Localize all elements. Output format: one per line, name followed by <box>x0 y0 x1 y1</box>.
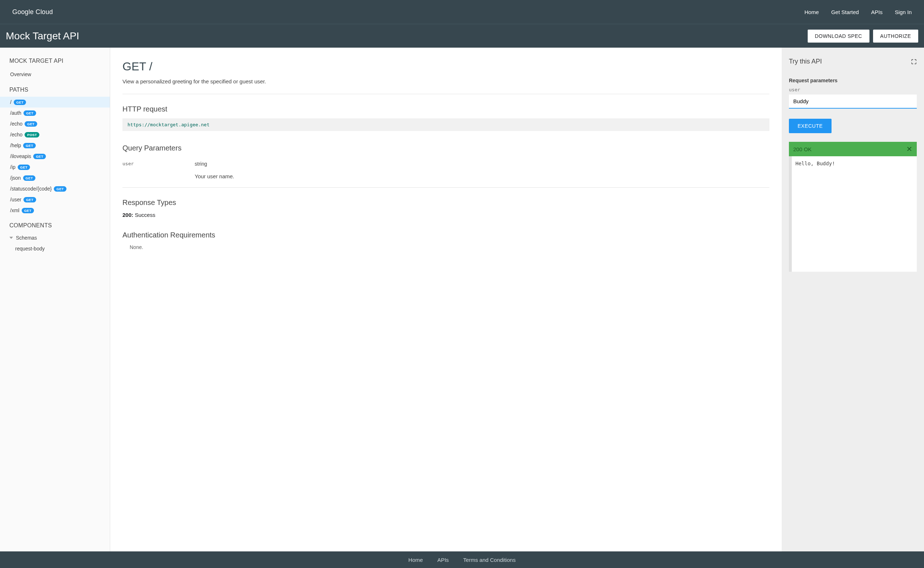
response-body: Hello, Buddy! <box>789 156 917 272</box>
logo[interactable]: Google Cloud <box>12 8 53 16</box>
logo-part2: Cloud <box>35 8 53 15</box>
path-label: /ip <box>10 164 15 170</box>
path-label: /json <box>10 175 21 181</box>
method-badge: GET <box>54 186 66 192</box>
path-item-echo-post[interactable]: /echoPOST <box>0 129 110 140</box>
tryit-title: Try this API <box>789 58 822 65</box>
caret-down-icon <box>9 237 13 239</box>
status-bar: 200 OK ✕ <box>789 142 917 156</box>
auth-req-title: Authentication Requirements <box>123 231 769 239</box>
authorize-button[interactable]: AUTHORIZE <box>873 30 918 42</box>
http-request-title: HTTP request <box>123 105 769 113</box>
method-badge: GET <box>22 208 34 213</box>
method-badge: GET <box>23 175 35 181</box>
method-badge: GET <box>23 110 36 116</box>
path-item-user-get[interactable]: /userGET <box>0 194 110 205</box>
path-item--get[interactable]: /GET <box>0 97 110 107</box>
footer-terms[interactable]: Terms and Conditions <box>463 557 515 563</box>
method-badge: GET <box>18 165 30 170</box>
sidebar-components-head: COMPONENTS <box>0 216 110 233</box>
path-item-auth-get[interactable]: /authGET <box>0 107 110 118</box>
param-row: user string <box>123 157 769 170</box>
path-item-xml-get[interactable]: /xmlGET <box>0 205 110 216</box>
path-label: /auth <box>10 110 21 116</box>
close-icon[interactable]: ✕ <box>906 145 912 153</box>
content: GET / View a personalized greeting for t… <box>110 48 924 551</box>
subbar: Mock Target API DOWNLOAD SPEC AUTHORIZE <box>0 24 924 48</box>
path-label: /echo <box>10 132 23 137</box>
param-type: string <box>195 161 207 167</box>
sidebar: MOCK TARGET API Overview PATHS /GET/auth… <box>0 48 110 551</box>
download-spec-button[interactable]: DOWNLOAD SPEC <box>808 30 869 42</box>
path-label: / <box>10 99 12 105</box>
footer: Home APIs Terms and Conditions <box>0 551 924 568</box>
response-types-title: Response Types <box>123 198 769 207</box>
sidebar-api-head: MOCK TARGET API <box>0 58 110 64</box>
method-badge: GET <box>33 154 45 159</box>
path-item-ip-get[interactable]: /ipGET <box>0 162 110 172</box>
path-label: /xml <box>10 207 20 213</box>
sidebar-paths-head: PATHS <box>0 80 110 97</box>
response-line: 200: Success <box>123 212 769 218</box>
sidebar-overview[interactable]: Overview <box>0 69 110 80</box>
nav-home[interactable]: Home <box>804 9 819 15</box>
schema-request-body[interactable]: request-body <box>0 243 110 254</box>
path-item-json-get[interactable]: /jsonGET <box>0 172 110 183</box>
auth-none: None. <box>123 244 769 250</box>
api-title: Mock Target API <box>6 30 79 42</box>
topbar: Google Cloud Home Get Started APIs Sign … <box>0 0 924 24</box>
path-label: /user <box>10 197 21 202</box>
param-user-label: user <box>789 87 917 92</box>
path-item-statuscodecode-get[interactable]: /statuscode/{code}GET <box>0 183 110 194</box>
path-item-iloveapis-get[interactable]: /iloveapisGET <box>0 151 110 162</box>
user-input[interactable] <box>789 95 917 109</box>
expand-icon[interactable] <box>911 59 917 65</box>
path-label: /echo <box>10 121 23 127</box>
status-text: 200 OK <box>793 146 812 152</box>
topnav: Home Get Started APIs Sign In <box>804 9 912 15</box>
sidebar-schemas[interactable]: Schemas <box>0 233 110 243</box>
resp-code: 200: <box>123 212 133 218</box>
path-item-help-get[interactable]: /helpGET <box>0 140 110 151</box>
endpoint-desc: View a personalized greeting for the spe… <box>123 78 769 94</box>
endpoint-title: GET / <box>123 60 769 73</box>
nav-apis[interactable]: APIs <box>871 9 883 15</box>
query-params-title: Query Parameters <box>123 144 769 152</box>
method-badge: GET <box>23 143 35 148</box>
try-this-api-panel: Try this API Request parameters user EXE… <box>782 48 924 551</box>
path-label: /iloveapis <box>10 153 31 159</box>
main: MOCK TARGET API Overview PATHS /GET/auth… <box>0 48 924 551</box>
method-badge: GET <box>24 121 37 127</box>
method-badge: GET <box>14 100 26 105</box>
http-url: https://mocktarget.apigee.net <box>123 118 769 131</box>
nav-get-started[interactable]: Get Started <box>831 9 859 15</box>
subbar-actions: DOWNLOAD SPEC AUTHORIZE <box>808 30 918 42</box>
method-badge: GET <box>23 197 36 202</box>
path-item-echo-get[interactable]: /echoGET <box>0 118 110 129</box>
nav-sign-in[interactable]: Sign In <box>895 9 912 15</box>
doc-panel: GET / View a personalized greeting for t… <box>110 48 782 551</box>
logo-part1: Google <box>12 8 33 15</box>
param-desc: Your user name. <box>123 170 769 188</box>
path-label: /statuscode/{code} <box>10 186 52 192</box>
tryit-head: Try this API <box>789 58 917 65</box>
path-label: /help <box>10 142 21 148</box>
schemas-label: Schemas <box>16 235 37 241</box>
resp-text: Success <box>133 212 155 218</box>
footer-apis[interactable]: APIs <box>438 557 449 563</box>
footer-home[interactable]: Home <box>409 557 423 563</box>
request-params-label: Request parameters <box>789 78 917 83</box>
param-name: user <box>123 161 195 167</box>
execute-button[interactable]: EXECUTE <box>789 119 832 133</box>
method-badge: POST <box>24 132 39 137</box>
